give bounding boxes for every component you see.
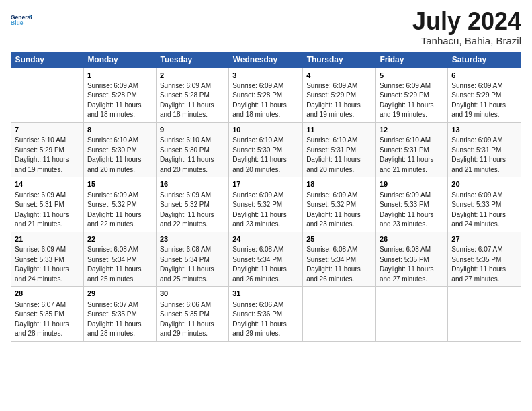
day-number: 25 xyxy=(306,234,372,244)
calendar-cell: 30Sunrise: 6:06 AMSunset: 5:35 PMDayligh… xyxy=(156,287,228,341)
calendar-cell: 9Sunrise: 6:10 AMSunset: 5:30 PMDaylight… xyxy=(156,122,228,177)
calendar-cell: 4Sunrise: 6:09 AMSunset: 5:29 PMDaylight… xyxy=(303,68,376,122)
day-info: Sunrise: 6:07 AMSunset: 5:35 PMDaylight:… xyxy=(87,300,152,339)
calendar-cell: 15Sunrise: 6:09 AMSunset: 5:32 PMDayligh… xyxy=(83,177,156,232)
day-info: Sunrise: 6:09 AMSunset: 5:29 PMDaylight:… xyxy=(306,81,372,120)
day-number: 22 xyxy=(87,234,152,244)
logo-svg: General Blue xyxy=(11,8,32,32)
day-info: Sunrise: 6:08 AMSunset: 5:34 PMDaylight:… xyxy=(87,245,152,284)
calendar-cell: 2Sunrise: 6:09 AMSunset: 5:28 PMDaylight… xyxy=(156,68,228,122)
week-row-1: 1Sunrise: 6:09 AMSunset: 5:28 PMDaylight… xyxy=(11,68,521,122)
header-day-saturday: Saturday xyxy=(448,52,521,68)
day-info: Sunrise: 6:10 AMSunset: 5:30 PMDaylight:… xyxy=(160,136,225,175)
week-row-2: 7Sunrise: 6:10 AMSunset: 5:29 PMDaylight… xyxy=(11,122,521,177)
calendar-cell: 25Sunrise: 6:08 AMSunset: 5:34 PMDayligh… xyxy=(303,232,376,286)
calendar-cell: 28Sunrise: 6:07 AMSunset: 5:35 PMDayligh… xyxy=(11,287,84,341)
day-info: Sunrise: 6:09 AMSunset: 5:32 PMDaylight:… xyxy=(232,191,299,230)
calendar-cell: 31Sunrise: 6:06 AMSunset: 5:36 PMDayligh… xyxy=(229,287,303,341)
header-row: General Blue July 2024 Tanhacu, Bahia, B… xyxy=(11,8,521,46)
svg-text:Blue: Blue xyxy=(11,19,24,26)
main-title: July 2024 xyxy=(412,8,521,35)
day-number: 6 xyxy=(451,71,517,81)
calendar-table: SundayMondayTuesdayWednesdayThursdayFrid… xyxy=(11,52,521,342)
day-number: 15 xyxy=(87,179,152,189)
day-info: Sunrise: 6:07 AMSunset: 5:35 PMDaylight:… xyxy=(451,245,517,284)
day-number: 28 xyxy=(15,289,80,299)
day-number: 4 xyxy=(306,71,372,81)
header-day-sunday: Sunday xyxy=(11,52,84,68)
day-number: 13 xyxy=(451,125,517,135)
header-day-tuesday: Tuesday xyxy=(156,52,228,68)
calendar-cell: 16Sunrise: 6:09 AMSunset: 5:32 PMDayligh… xyxy=(156,177,228,232)
day-info: Sunrise: 6:09 AMSunset: 5:28 PMDaylight:… xyxy=(87,81,152,120)
header-day-monday: Monday xyxy=(83,52,156,68)
day-number: 27 xyxy=(451,234,517,244)
logo: General Blue xyxy=(11,8,32,32)
calendar-cell: 29Sunrise: 6:07 AMSunset: 5:35 PMDayligh… xyxy=(83,287,156,341)
day-number: 19 xyxy=(380,179,444,189)
calendar-cell: 26Sunrise: 6:08 AMSunset: 5:35 PMDayligh… xyxy=(375,232,447,286)
day-info: Sunrise: 6:07 AMSunset: 5:35 PMDaylight:… xyxy=(15,300,80,339)
day-info: Sunrise: 6:06 AMSunset: 5:36 PMDaylight:… xyxy=(232,300,299,339)
day-info: Sunrise: 6:09 AMSunset: 5:33 PMDaylight:… xyxy=(451,191,517,230)
page-container: General Blue July 2024 Tanhacu, Bahia, B… xyxy=(0,0,532,347)
day-info: Sunrise: 6:08 AMSunset: 5:34 PMDaylight:… xyxy=(232,245,299,284)
calendar-cell: 23Sunrise: 6:08 AMSunset: 5:34 PMDayligh… xyxy=(156,232,228,286)
header-day-friday: Friday xyxy=(375,52,447,68)
calendar-cell: 5Sunrise: 6:09 AMSunset: 5:29 PMDaylight… xyxy=(375,68,447,122)
calendar-header-row: SundayMondayTuesdayWednesdayThursdayFrid… xyxy=(11,52,521,68)
day-number: 9 xyxy=(160,125,225,135)
calendar-cell: 8Sunrise: 6:10 AMSunset: 5:30 PMDaylight… xyxy=(83,122,156,177)
calendar-cell: 11Sunrise: 6:10 AMSunset: 5:31 PMDayligh… xyxy=(303,122,376,177)
day-info: Sunrise: 6:09 AMSunset: 5:33 PMDaylight:… xyxy=(15,245,80,284)
day-info: Sunrise: 6:08 AMSunset: 5:35 PMDaylight:… xyxy=(380,245,444,284)
day-info: Sunrise: 6:10 AMSunset: 5:29 PMDaylight:… xyxy=(15,136,80,175)
calendar-cell: 7Sunrise: 6:10 AMSunset: 5:29 PMDaylight… xyxy=(11,122,84,177)
calendar-cell: 17Sunrise: 6:09 AMSunset: 5:32 PMDayligh… xyxy=(229,177,303,232)
day-number: 17 xyxy=(232,179,299,189)
day-number: 21 xyxy=(15,234,80,244)
day-number: 10 xyxy=(232,125,299,135)
day-number: 7 xyxy=(15,125,80,135)
day-info: Sunrise: 6:09 AMSunset: 5:29 PMDaylight:… xyxy=(451,81,517,120)
calendar-cell: 20Sunrise: 6:09 AMSunset: 5:33 PMDayligh… xyxy=(448,177,521,232)
day-info: Sunrise: 6:10 AMSunset: 5:31 PMDaylight:… xyxy=(306,136,372,175)
calendar-cell: 21Sunrise: 6:09 AMSunset: 5:33 PMDayligh… xyxy=(11,232,84,286)
day-info: Sunrise: 6:10 AMSunset: 5:30 PMDaylight:… xyxy=(87,136,152,175)
calendar-cell: 3Sunrise: 6:09 AMSunset: 5:28 PMDaylight… xyxy=(229,68,303,122)
week-row-5: 28Sunrise: 6:07 AMSunset: 5:35 PMDayligh… xyxy=(11,287,521,341)
day-info: Sunrise: 6:09 AMSunset: 5:32 PMDaylight:… xyxy=(306,191,372,230)
day-number: 2 xyxy=(160,71,225,81)
calendar-cell xyxy=(448,287,521,341)
week-row-4: 21Sunrise: 6:09 AMSunset: 5:33 PMDayligh… xyxy=(11,232,521,286)
day-info: Sunrise: 6:09 AMSunset: 5:33 PMDaylight:… xyxy=(380,191,444,230)
day-number: 18 xyxy=(306,179,372,189)
day-info: Sunrise: 6:09 AMSunset: 5:31 PMDaylight:… xyxy=(451,136,517,175)
day-number: 12 xyxy=(380,125,444,135)
calendar-cell: 6Sunrise: 6:09 AMSunset: 5:29 PMDaylight… xyxy=(448,68,521,122)
day-number: 26 xyxy=(380,234,444,244)
day-number: 23 xyxy=(160,234,225,244)
title-block: July 2024 Tanhacu, Bahia, Brazil xyxy=(412,8,521,46)
calendar-cell: 24Sunrise: 6:08 AMSunset: 5:34 PMDayligh… xyxy=(229,232,303,286)
day-info: Sunrise: 6:08 AMSunset: 5:34 PMDaylight:… xyxy=(160,245,225,284)
calendar-cell: 19Sunrise: 6:09 AMSunset: 5:33 PMDayligh… xyxy=(375,177,447,232)
day-info: Sunrise: 6:10 AMSunset: 5:30 PMDaylight:… xyxy=(232,136,299,175)
calendar-cell: 18Sunrise: 6:09 AMSunset: 5:32 PMDayligh… xyxy=(303,177,376,232)
calendar-cell xyxy=(303,287,376,341)
calendar-cell xyxy=(11,68,84,122)
day-number: 20 xyxy=(451,179,517,189)
day-info: Sunrise: 6:10 AMSunset: 5:31 PMDaylight:… xyxy=(380,136,444,175)
day-info: Sunrise: 6:09 AMSunset: 5:31 PMDaylight:… xyxy=(15,191,80,230)
day-number: 30 xyxy=(160,289,225,299)
day-info: Sunrise: 6:08 AMSunset: 5:34 PMDaylight:… xyxy=(306,245,372,284)
calendar-cell: 12Sunrise: 6:10 AMSunset: 5:31 PMDayligh… xyxy=(375,122,447,177)
day-info: Sunrise: 6:09 AMSunset: 5:32 PMDaylight:… xyxy=(87,191,152,230)
day-number: 16 xyxy=(160,179,225,189)
calendar-cell: 27Sunrise: 6:07 AMSunset: 5:35 PMDayligh… xyxy=(448,232,521,286)
day-info: Sunrise: 6:06 AMSunset: 5:35 PMDaylight:… xyxy=(160,300,225,339)
day-number: 24 xyxy=(232,234,299,244)
calendar-cell: 14Sunrise: 6:09 AMSunset: 5:31 PMDayligh… xyxy=(11,177,84,232)
day-info: Sunrise: 6:09 AMSunset: 5:32 PMDaylight:… xyxy=(160,191,225,230)
calendar-cell xyxy=(375,287,447,341)
